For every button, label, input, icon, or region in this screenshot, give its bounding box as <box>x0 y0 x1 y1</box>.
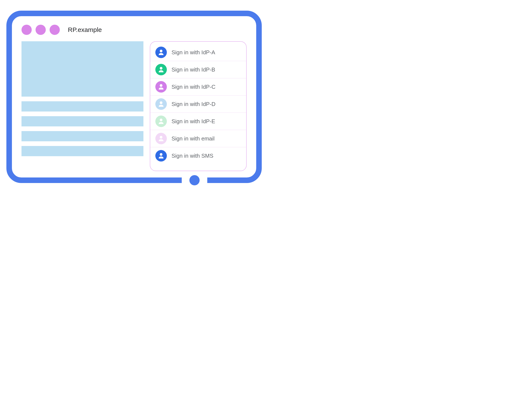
content-line-block <box>21 116 143 127</box>
window-control-dot-icon <box>36 25 46 35</box>
window-control-dot-icon <box>21 25 32 35</box>
device-home-button <box>189 175 200 185</box>
signin-option-idp-c[interactable]: Sign in with IdP-C <box>150 78 246 95</box>
browser-body: Sign in with IdP-A Sign in with IdP-B Si… <box>21 41 247 171</box>
svg-point-1 <box>160 67 163 70</box>
page-title: RP.example <box>68 26 102 33</box>
svg-point-3 <box>160 101 163 104</box>
user-icon <box>155 47 167 58</box>
browser-header: RP.example <box>21 23 247 41</box>
user-icon <box>155 81 167 93</box>
signin-option-idp-a[interactable]: Sign in with IdP-A <box>150 44 246 61</box>
signin-option-label: Sign in with email <box>171 135 215 142</box>
signin-option-idp-d[interactable]: Sign in with IdP-D <box>150 95 246 113</box>
user-icon <box>155 115 167 127</box>
signin-option-label: Sign in with IdP-A <box>171 49 215 56</box>
svg-point-2 <box>160 84 163 87</box>
window-control-dot-icon <box>50 25 60 35</box>
svg-point-4 <box>160 119 163 121</box>
user-icon <box>155 133 167 144</box>
signin-option-label: Sign in with IdP-B <box>171 66 215 73</box>
content-line-block <box>21 146 143 156</box>
device-notch <box>182 177 207 183</box>
svg-point-6 <box>160 153 163 156</box>
user-icon <box>155 64 167 75</box>
signin-option-idp-b[interactable]: Sign in with IdP-B <box>150 61 246 78</box>
signin-provider-panel: Sign in with IdP-A Sign in with IdP-B Si… <box>150 41 247 171</box>
signin-option-sms[interactable]: Sign in with SMS <box>150 147 246 164</box>
content-line-block <box>21 131 143 141</box>
signin-option-label: Sign in with IdP-C <box>171 84 215 90</box>
svg-point-5 <box>160 136 163 139</box>
svg-point-0 <box>160 50 163 52</box>
signin-option-label: Sign in with SMS <box>171 152 213 159</box>
page-content-placeholder <box>21 41 143 171</box>
device-frame: RP.example Sign in with IdP-A <box>6 11 262 183</box>
browser-window: RP.example Sign in with IdP-A <box>21 23 247 171</box>
user-icon <box>155 150 167 162</box>
content-hero-block <box>21 41 143 97</box>
signin-option-label: Sign in with IdP-D <box>171 101 215 108</box>
signin-option-label: Sign in with IdP-E <box>171 118 215 125</box>
signin-option-email[interactable]: Sign in with email <box>150 130 246 147</box>
user-icon <box>155 98 167 110</box>
content-line-block <box>21 101 143 112</box>
signin-option-idp-e[interactable]: Sign in with IdP-E <box>150 113 246 130</box>
